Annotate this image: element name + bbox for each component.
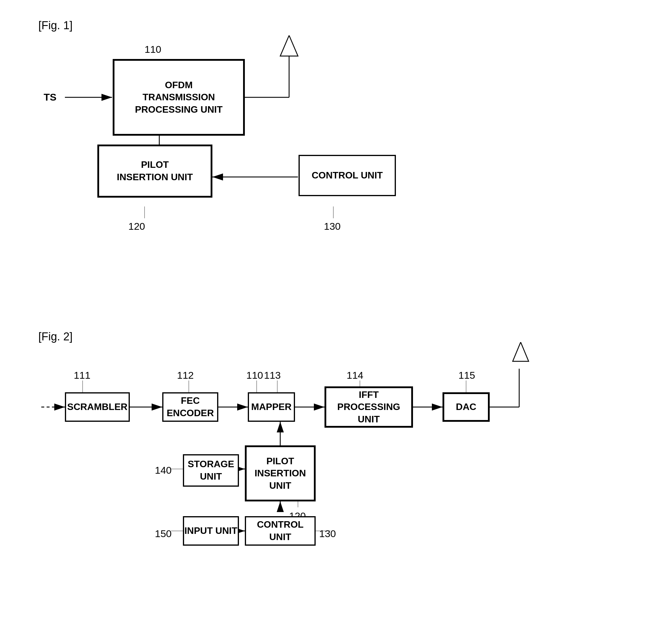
pilot-text-fig1: PILOT INSERTION UNIT bbox=[117, 159, 193, 183]
control-unit-block-fig2: CONTROL UNIT bbox=[245, 516, 316, 546]
fig1-label: [Fig. 1] bbox=[38, 19, 73, 32]
ref-130-fig2: 130 bbox=[319, 528, 336, 539]
control-text-fig2: CONTROL UNIT bbox=[257, 519, 303, 543]
ref-111: 111 bbox=[74, 369, 91, 381]
ts-label: TS bbox=[44, 92, 56, 103]
mapper-block: MAPPER bbox=[248, 392, 295, 422]
input-block: INPUT UNIT bbox=[183, 516, 239, 546]
diagram-container: [Fig. 1] TS OFDM TRANSMISSION PROCESSING… bbox=[0, 0, 672, 643]
scrambler-text: SCRAMBLER bbox=[67, 401, 128, 413]
dac-block: DAC bbox=[443, 392, 490, 422]
pilot-insertion-block-fig2: PILOT INSERTION UNIT bbox=[245, 445, 316, 501]
control-unit-block-fig1: CONTROL UNIT bbox=[299, 155, 396, 196]
ref-112: 112 bbox=[177, 369, 194, 381]
ifft-text: IFFT PROCESSING UNIT bbox=[326, 389, 411, 426]
antenna-fig2 bbox=[510, 342, 531, 366]
dac-text: DAC bbox=[456, 401, 476, 413]
ref-140: 140 bbox=[155, 464, 172, 476]
ref-130-fig1: 130 bbox=[324, 221, 341, 232]
storage-block: STORAGE UNIT bbox=[183, 454, 239, 487]
svg-marker-32 bbox=[280, 35, 298, 56]
scrambler-block: SCRAMBLER bbox=[65, 392, 130, 422]
ref-115: 115 bbox=[458, 369, 475, 381]
ofdm-block: OFDM TRANSMISSION PROCESSING UNIT bbox=[113, 59, 245, 136]
antenna-fig1 bbox=[277, 35, 301, 59]
storage-text: STORAGE UNIT bbox=[188, 458, 234, 483]
mapper-text: MAPPER bbox=[251, 401, 292, 413]
ref-110-fig1: 110 bbox=[145, 44, 161, 55]
arrows-svg bbox=[0, 0, 672, 643]
svg-marker-33 bbox=[513, 342, 529, 361]
fec-block: FEC ENCODER bbox=[162, 392, 218, 422]
fec-text: FEC ENCODER bbox=[167, 395, 214, 419]
pilot-insertion-block-fig1: PILOT INSERTION UNIT bbox=[97, 145, 212, 198]
ifft-block: IFFT PROCESSING UNIT bbox=[324, 386, 413, 428]
input-text: INPUT UNIT bbox=[184, 525, 238, 537]
ref-114: 114 bbox=[347, 369, 363, 381]
pilot-text-fig2: PILOT INSERTION UNIT bbox=[255, 455, 306, 492]
ofdm-text: OFDM TRANSMISSION PROCESSING UNIT bbox=[135, 79, 223, 116]
ref-110-fig2: 110 bbox=[246, 369, 263, 381]
ref-150: 150 bbox=[155, 528, 172, 539]
fig2-label: [Fig. 2] bbox=[38, 330, 73, 343]
ref-113: 113 bbox=[264, 369, 281, 381]
control-text-fig1: CONTROL UNIT bbox=[312, 169, 383, 182]
ref-120-fig1: 120 bbox=[128, 221, 145, 232]
